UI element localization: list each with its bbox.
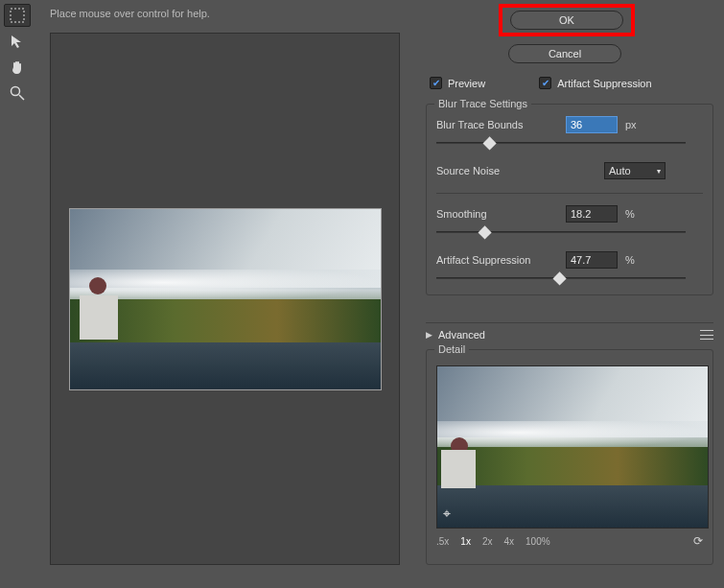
zoom-controls: .5x 1x 2x 4x 100% ⟳ — [436, 534, 703, 548]
preview-pane[interactable] — [50, 33, 400, 565]
zoom-tool[interactable] — [4, 82, 31, 105]
zoom-4x[interactable]: 4x — [503, 536, 514, 547]
bounds-unit: px — [625, 119, 637, 130]
blur-trace-bounds-input[interactable] — [566, 116, 618, 133]
svg-line-2 — [19, 95, 24, 100]
magnifier-icon — [10, 85, 25, 101]
artifact-unit: % — [625, 254, 635, 266]
hand-tool[interactable] — [4, 56, 31, 79]
direct-select-tool[interactable] — [4, 30, 31, 53]
source-noise-label: Source Noise — [436, 165, 566, 176]
blur-trace-bounds-slider[interactable] — [436, 137, 686, 149]
advanced-section-header[interactable]: ▶ Advanced — [426, 322, 713, 341]
loupe-icon[interactable]: ⌖ — [443, 506, 451, 522]
advanced-label: Advanced — [438, 329, 485, 341]
detail-preview-image[interactable]: ⌖ — [436, 365, 709, 529]
divider — [436, 193, 703, 194]
detail-group: Detail ⌖ .5x 1x 2x 4x 100% ⟳ — [426, 349, 713, 565]
preview-image[interactable] — [69, 208, 382, 390]
preview-checkbox[interactable]: ✔ Preview — [430, 77, 485, 89]
reload-icon[interactable]: ⟳ — [693, 534, 703, 548]
artifact-suppression-input[interactable] — [566, 251, 618, 269]
smoothing-label: Smoothing — [436, 208, 566, 220]
zoom-1x[interactable]: 1x — [460, 536, 471, 547]
preview-label: Preview — [448, 78, 485, 89]
smoothing-slider[interactable] — [436, 226, 686, 238]
arrow-icon — [10, 34, 25, 49]
detail-legend: Detail — [434, 343, 469, 355]
artifact-suppression-amount-label: Artifact Suppression — [436, 254, 566, 266]
blur-trace-settings-group: Blur Trace Settings Blur Trace Bounds px… — [426, 104, 713, 295]
zoom-current: 100% — [525, 536, 550, 547]
source-noise-select[interactable]: Auto ▾ — [604, 162, 666, 179]
smoothing-input[interactable] — [566, 205, 618, 223]
svg-point-1 — [12, 87, 20, 96]
checkmark-icon: ✔ — [539, 77, 551, 89]
ok-highlight: OK — [499, 4, 635, 36]
blur-trace-legend: Blur Trace Settings — [434, 98, 531, 109]
hand-icon — [10, 59, 25, 75]
zoom-0.5x[interactable]: .5x — [436, 536, 449, 547]
ok-button[interactable]: OK — [510, 11, 623, 30]
artifact-suppression-slider[interactable] — [436, 272, 686, 284]
help-tip-text: Place mouse over control for help. — [50, 8, 210, 19]
svg-rect-0 — [11, 9, 24, 22]
blur-trace-bounds-label: Blur Trace Bounds — [436, 119, 566, 130]
marquee-tool[interactable] — [4, 4, 31, 27]
chevron-down-icon: ▾ — [657, 167, 661, 176]
triangle-right-icon: ▶ — [426, 330, 432, 340]
marquee-icon — [10, 8, 25, 23]
artifact-suppression-label: Artifact Suppression — [557, 78, 651, 89]
source-noise-value: Auto — [609, 165, 631, 176]
artifact-suppression-checkbox[interactable]: ✔ Artifact Suppression — [539, 77, 651, 89]
smoothing-unit: % — [625, 208, 635, 220]
zoom-2x[interactable]: 2x — [482, 536, 493, 547]
options-row: ✔ Preview ✔ Artifact Suppression — [430, 77, 652, 89]
panel-menu-icon[interactable] — [700, 330, 713, 340]
cancel-button[interactable]: Cancel — [508, 44, 621, 63]
tools-toolbar — [4, 4, 33, 105]
checkmark-icon: ✔ — [430, 77, 442, 89]
